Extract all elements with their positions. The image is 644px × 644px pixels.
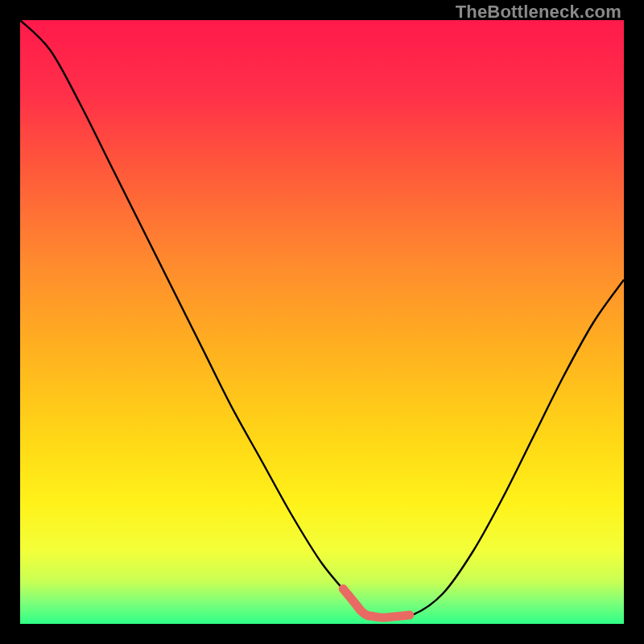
outer-frame: TheBottleneck.com (0, 0, 644, 644)
gradient-background (20, 20, 624, 624)
watermark-text: TheBottleneck.com (456, 2, 621, 23)
chart-svg (20, 20, 624, 624)
plot-area (20, 20, 624, 624)
